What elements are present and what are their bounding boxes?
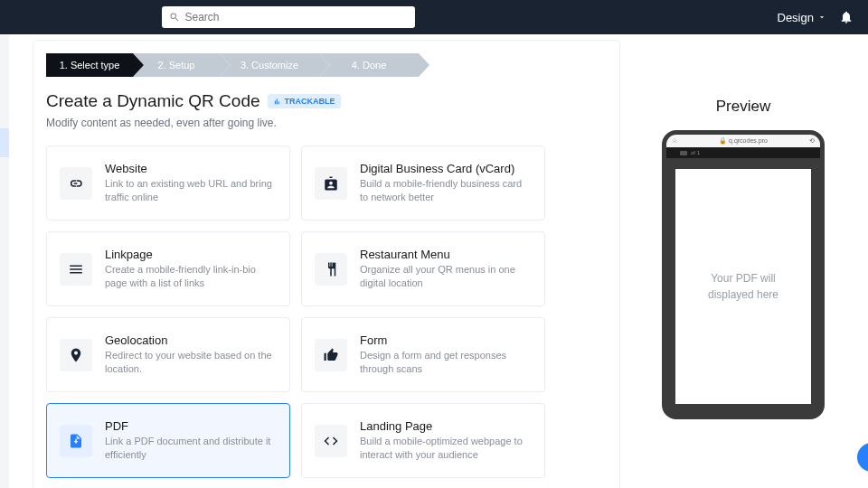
step-done[interactable]: 4. Done xyxy=(319,53,419,77)
tile-desc: Redirect to your website based on the lo… xyxy=(105,349,277,377)
star-icon: ☆ xyxy=(672,137,677,145)
location-pin-icon xyxy=(60,339,92,371)
page-count: of 1 xyxy=(691,150,700,155)
tile-restaurant[interactable]: Restaurant Menu Organize all your QR men… xyxy=(301,231,545,306)
step-label: 4. Done xyxy=(352,60,387,70)
code-icon xyxy=(315,425,347,457)
phone-screen-text: Your PDF will displayed here xyxy=(675,169,811,404)
topbar-right: Design xyxy=(778,10,854,24)
phone-pdf-toolbar: of 1 xyxy=(666,147,820,158)
tile-desc: Build a mobile-friendly business card to… xyxy=(360,177,532,205)
utensils-icon xyxy=(315,253,347,286)
trackable-badge: TRACKABLE xyxy=(268,94,341,108)
design-dropdown[interactable]: Design xyxy=(778,11,826,24)
left-rail-active xyxy=(0,128,9,157)
step-label: 2. Setup xyxy=(158,60,195,70)
tile-desc: Design a form and get responses through … xyxy=(360,349,532,377)
preview-area: Preview ☆ 🔒 q.qrcodes.pro ⟲ of 1 Your PD… xyxy=(635,98,852,419)
phone-browser-bar: ☆ 🔒 q.qrcodes.pro ⟲ xyxy=(666,135,820,147)
tile-desc: Link to an existing web URL and bring tr… xyxy=(105,177,277,205)
tile-linkpage[interactable]: Linkpage Create a mobile-friendly link-i… xyxy=(46,231,290,306)
heading-row: Create a Dynamic QR Code TRACKABLE xyxy=(46,91,607,111)
step-label: 1. Select type xyxy=(60,60,120,70)
menu-lines-icon xyxy=(60,253,92,286)
tile-vcard[interactable]: Digital Business Card (vCard) Build a mo… xyxy=(301,145,545,221)
pdf-file-icon xyxy=(60,425,92,457)
design-label: Design xyxy=(778,11,814,24)
tile-title: Geolocation xyxy=(105,333,277,347)
page-title: Create a Dynamic QR Code xyxy=(46,91,260,111)
tile-geolocation[interactable]: Geolocation Redirect to your website bas… xyxy=(46,317,290,392)
preview-title: Preview xyxy=(635,98,852,116)
phone-url: 🔒 q.qrcodes.pro xyxy=(719,137,768,145)
step-select-type[interactable]: 1. Select type xyxy=(46,53,133,77)
step-customize[interactable]: 3. Customize xyxy=(220,53,319,77)
chart-bar-icon xyxy=(273,98,281,106)
page-subtitle: Modify content as needed, even after goi… xyxy=(46,117,607,129)
top-bar: Design xyxy=(0,0,868,34)
tile-landing-page[interactable]: Landing Page Build a mobile-optimized we… xyxy=(301,403,545,478)
step-label: 3. Customize xyxy=(241,60,298,70)
step-bar: 1. Select type 2. Setup 3. Customize 4. … xyxy=(46,53,607,77)
tile-desc: Build a mobile-optimized webpage to inte… xyxy=(360,435,532,463)
tile-desc: Create a mobile-friendly link-in-bio pag… xyxy=(105,263,277,291)
link-icon xyxy=(60,167,92,200)
step-setup[interactable]: 2. Setup xyxy=(133,53,220,77)
search-icon xyxy=(670,150,676,156)
tile-title: Landing Page xyxy=(360,419,532,433)
chevron-down-icon xyxy=(817,13,826,22)
tile-website[interactable]: Website Link to an existing web URL and … xyxy=(46,145,290,221)
main-card: 1. Select type 2. Setup 3. Customize 4. … xyxy=(33,40,620,488)
tile-title: Digital Business Card (vCard) xyxy=(360,162,532,175)
search-icon xyxy=(169,12,180,23)
tile-desc: Link a PDF document and distribute it ef… xyxy=(105,435,277,463)
refresh-icon: ⟲ xyxy=(809,137,815,145)
toolbar-item xyxy=(680,151,687,155)
id-card-icon xyxy=(315,167,347,200)
left-rail xyxy=(0,34,9,488)
tile-desc: Organize all your QR menus in one digita… xyxy=(360,263,532,291)
bell-icon[interactable] xyxy=(839,10,854,24)
search-input[interactable] xyxy=(162,6,415,28)
tile-pdf[interactable]: PDF Link a PDF document and distribute i… xyxy=(46,403,290,478)
thumbs-up-icon xyxy=(315,339,347,371)
tile-title: Form xyxy=(360,333,532,347)
tile-form[interactable]: Form Design a form and get responses thr… xyxy=(301,317,545,392)
tile-title: PDF xyxy=(105,419,277,433)
tile-title: Linkpage xyxy=(105,248,277,261)
tile-title: Website xyxy=(105,162,277,175)
tile-title: Restaurant Menu xyxy=(360,248,532,261)
search-wrap xyxy=(162,6,415,28)
type-grid: Website Link to an existing web URL and … xyxy=(46,145,607,478)
trackable-text: TRACKABLE xyxy=(285,97,335,106)
phone-mock: ☆ 🔒 q.qrcodes.pro ⟲ of 1 Your PDF will d… xyxy=(662,130,825,419)
